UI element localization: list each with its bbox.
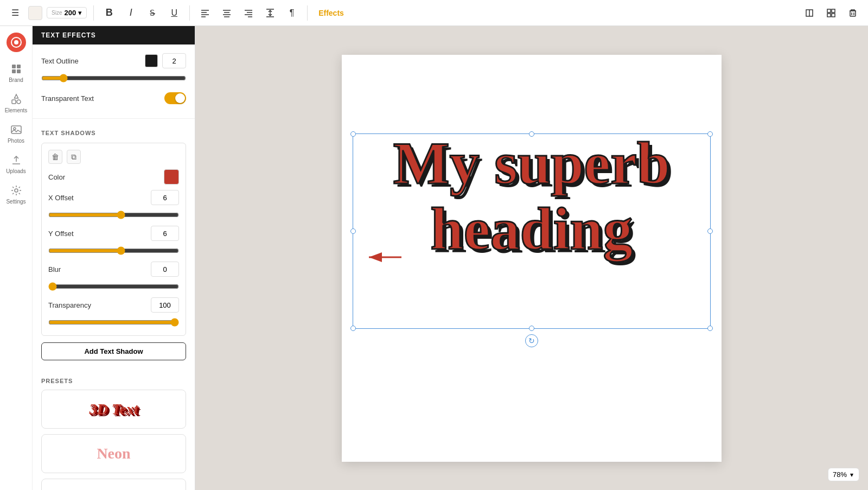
svg-rect-17 (827, 9, 831, 12)
effects-btn[interactable]: Effects (314, 7, 348, 20)
grid-btn[interactable] (822, 4, 840, 22)
svg-rect-20 (832, 14, 835, 17)
y-offset-label: Y Offset (48, 230, 74, 238)
size-chevron: ▾ (78, 9, 82, 17)
transparency-row: Transparency (48, 297, 179, 313)
arrow-indicator (363, 246, 407, 270)
x-offset-label: X Offset (48, 194, 74, 202)
presets-title: PRESETS (41, 378, 186, 384)
hamburger-btn[interactable]: ☰ (7, 4, 24, 22)
svg-rect-28 (12, 69, 16, 73)
outline-slider-row (41, 74, 186, 85)
add-shadow-btn[interactable]: Add Text Shadow (41, 342, 186, 360)
zoom-control: 78% ▾ (828, 468, 859, 481)
underline-btn[interactable]: U (165, 4, 183, 22)
brand-label: Brand (9, 77, 23, 83)
blur-label: Blur (48, 265, 61, 273)
svg-rect-19 (827, 14, 831, 17)
x-offset-section: X Offset (48, 190, 179, 221)
align-center-btn[interactable] (218, 4, 235, 22)
canvas-area: My superb heading ↻ 78% ▾ (195, 26, 868, 490)
panel-header: TEXT EFFECTS (33, 26, 195, 44)
sidebar-item-elements[interactable]: Elements (3, 89, 29, 117)
uploads-label: Uploads (6, 168, 26, 174)
canvas-text-line2: heading (431, 196, 633, 262)
sidebar-item-photos[interactable]: Photos (3, 119, 29, 148)
transparent-text-toggle[interactable] (164, 92, 186, 104)
elements-label: Elements (5, 107, 28, 113)
toggle-knob (175, 93, 185, 103)
settings-label: Settings (6, 199, 25, 205)
preset-neon[interactable]: Neon (41, 434, 186, 473)
text-outline-row: Text Outline (41, 53, 186, 68)
outline-value-input[interactable] (162, 53, 186, 68)
handle-bottom-right[interactable] (707, 326, 713, 331)
zoom-dropdown-btn[interactable]: ▾ (849, 471, 854, 479)
copy-shadow-btn[interactable]: ⧉ (67, 150, 81, 164)
icon-sidebar: Brand Elements Photos Uploads Settings (0, 26, 33, 490)
color-swatch-top[interactable] (28, 6, 42, 20)
x-offset-input[interactable] (151, 190, 179, 205)
align-left-btn[interactable] (196, 4, 214, 22)
transparency-input[interactable] (151, 297, 179, 313)
italic-btn[interactable]: I (122, 4, 139, 22)
shadow-color-swatch[interactable] (164, 169, 179, 184)
effects-panel: TEXT EFFECTS Text Outline Transparent Te… (33, 26, 195, 490)
svg-point-31 (17, 100, 21, 104)
blur-section: Blur (48, 262, 179, 293)
sidebar-item-settings[interactable]: Settings (3, 180, 29, 208)
app-logo[interactable] (7, 33, 26, 52)
y-offset-section: Y Offset (48, 226, 179, 257)
rotate-handle[interactable]: ↻ (525, 334, 538, 347)
outline-color-swatch[interactable] (145, 54, 158, 67)
lock-btn[interactable] (801, 4, 818, 22)
preset-3d-label: 3D Text (90, 400, 138, 418)
y-offset-input[interactable] (151, 226, 179, 241)
outline-slider[interactable] (41, 74, 186, 82)
y-offset-slider[interactable] (48, 246, 179, 255)
blur-row: Blur (48, 262, 179, 277)
divider-1 (93, 5, 94, 21)
svg-point-25 (14, 40, 18, 44)
delete-shadow-btn[interactable]: 🗑 (48, 150, 62, 164)
shadow-color-row: Color (48, 169, 179, 184)
x-offset-slider[interactable] (48, 211, 179, 219)
handle-bottom-left[interactable] (350, 326, 356, 331)
blur-slider[interactable] (48, 282, 179, 291)
trash-btn[interactable] (844, 4, 861, 22)
strikethrough-btn[interactable]: S̶ (144, 4, 161, 22)
x-offset-row: X Offset (48, 190, 179, 205)
svg-point-36 (15, 189, 18, 192)
canvas-text[interactable]: My superb heading (353, 131, 711, 262)
preset-outline[interactable]: Outline (41, 479, 186, 490)
svg-rect-21 (850, 11, 856, 16)
handle-bottom-mid[interactable] (529, 326, 534, 331)
text-outline-section: Text Outline Transparent Text (33, 44, 195, 118)
sidebar-item-uploads[interactable]: Uploads (3, 150, 29, 178)
line-height-btn[interactable] (261, 4, 279, 22)
presets-section: PRESETS 3D Text Neon Outline Offset (33, 378, 195, 490)
size-label: Size (52, 10, 62, 16)
sidebar-item-brand[interactable]: Brand (3, 59, 29, 87)
svg-rect-18 (832, 9, 835, 12)
size-value: 200 (64, 9, 76, 17)
y-offset-row: Y Offset (48, 226, 179, 241)
paragraph-btn[interactable]: ¶ (283, 4, 301, 22)
transparency-slider[interactable] (48, 318, 179, 327)
blur-input[interactable] (151, 262, 179, 277)
photos-label: Photos (8, 138, 24, 144)
bold-btn[interactable]: B (100, 4, 118, 22)
shadow-color-label: Color (48, 173, 65, 181)
size-selector[interactable]: Size 200 ▾ (47, 7, 87, 18)
text-outline-label: Text Outline (41, 57, 79, 65)
text-shadows-title: TEXT SHADOWS (41, 130, 186, 136)
text-shadows-section: TEXT SHADOWS 🗑 ⧉ Color X Offset (33, 118, 195, 378)
preset-3d-text[interactable]: 3D Text (41, 390, 186, 429)
transparency-section: Transparency (48, 297, 179, 329)
shadow-box: 🗑 ⧉ Color X Offset (41, 143, 186, 336)
align-right-btn[interactable] (240, 4, 257, 22)
svg-rect-26 (12, 65, 16, 68)
canvas-text-line1: My superb (393, 130, 670, 196)
zoom-value: 78% (833, 470, 847, 479)
main-layout: Brand Elements Photos Uploads Settings T… (0, 26, 868, 490)
